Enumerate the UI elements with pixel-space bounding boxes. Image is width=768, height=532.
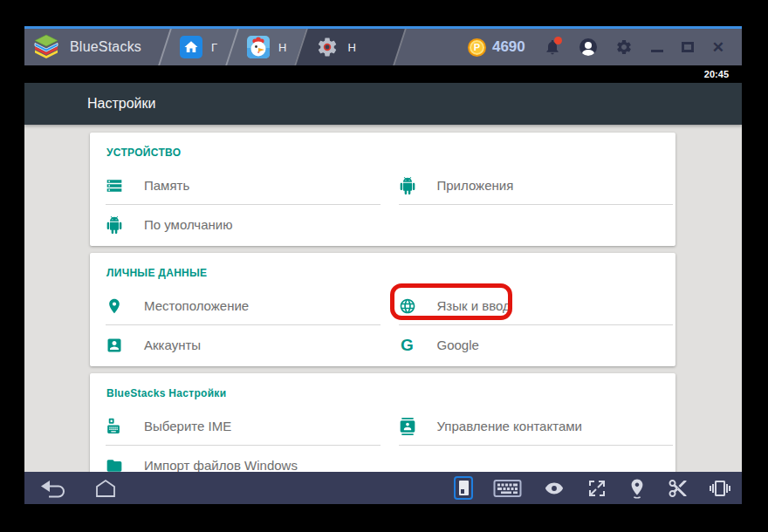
bottom-toolbar xyxy=(24,472,742,504)
settings-content: УСТРОЙСТВО Память Приложения По умолчани… xyxy=(24,125,742,472)
settings-item-memory[interactable]: Память xyxy=(90,166,383,205)
tab-chicken-app[interactable]: Н xyxy=(231,29,300,65)
tab-home[interactable]: Г xyxy=(164,29,231,65)
shake-button[interactable] xyxy=(709,478,731,499)
gear-icon xyxy=(615,38,633,56)
item-label: Импорт файлов Windows xyxy=(144,458,298,472)
coin-count: 4690 xyxy=(492,38,525,56)
item-label: Google xyxy=(437,338,479,352)
account-button[interactable] xyxy=(579,38,597,56)
minimize-button[interactable] xyxy=(651,42,663,52)
item-label: Выберите IME xyxy=(144,419,231,433)
back-icon xyxy=(38,478,70,499)
google-g-icon: G xyxy=(399,337,416,354)
android-statusbar: 20:45 xyxy=(24,65,742,83)
item-label: Аккаунты xyxy=(144,338,201,352)
card-personal: ЛИЧНЫЕ ДАННЫЕ Местоположение Язык и ввод… xyxy=(90,253,675,366)
card-bluestacks-settings: BlueStacks Настройки Выберите IME Управл… xyxy=(90,373,675,472)
screenshot-canvas: BlueStacks Г xyxy=(0,0,768,532)
coin-icon: P xyxy=(468,38,486,57)
section-header: УСТРОЙСТВО xyxy=(90,140,675,166)
settings-actionbar: Настройки xyxy=(24,83,742,125)
tab-label: Н xyxy=(278,41,286,54)
scissors-icon xyxy=(667,478,689,499)
titlebar-controls: P 4690 ✕ xyxy=(468,38,742,57)
settings-item-accounts[interactable]: Аккаунты xyxy=(90,325,383,365)
item-label: Управление контактами xyxy=(437,419,582,433)
settings-item-choose-ime[interactable]: Выберите IME xyxy=(90,406,383,446)
highlight-annotation xyxy=(390,283,512,320)
brand-title: BlueStacks xyxy=(70,39,141,55)
tab-label: Г xyxy=(211,41,217,54)
notification-dot xyxy=(554,37,562,44)
tab-settings[interactable]: Н xyxy=(300,29,401,65)
settings-item-import-windows-files[interactable]: Импорт файлов Windows xyxy=(90,446,383,472)
coin-balance[interactable]: P 4690 xyxy=(468,38,525,57)
item-label: По умолчанию xyxy=(144,217,232,232)
item-label: Местоположение xyxy=(144,298,249,313)
notifications-button[interactable] xyxy=(544,38,561,57)
clock: 20:45 xyxy=(704,69,729,79)
location-pin-icon xyxy=(106,297,123,315)
fullscreen-button[interactable] xyxy=(586,478,607,499)
home-icon xyxy=(93,478,119,499)
account-box-icon xyxy=(106,337,123,354)
section-header: ЛИЧНЫЕ ДАННЫЕ xyxy=(90,260,675,286)
android-icon xyxy=(106,216,123,234)
card-device: УСТРОЙСТВО Память Приложения По умолчани… xyxy=(90,133,675,246)
back-button[interactable] xyxy=(38,478,70,499)
home-icon xyxy=(180,36,202,58)
eye-button[interactable] xyxy=(542,479,566,498)
settings-item-location[interactable]: Местоположение xyxy=(90,286,383,325)
settings-item-language-input[interactable]: Язык и ввод xyxy=(383,286,676,325)
titlebar: BlueStacks Г xyxy=(24,26,742,65)
item-label: Память xyxy=(144,178,189,193)
settings-button[interactable] xyxy=(615,38,633,56)
location-icon xyxy=(627,477,647,499)
bluestacks-window: BlueStacks Г xyxy=(24,26,742,504)
close-button[interactable]: ✕ xyxy=(712,40,724,55)
shake-icon xyxy=(709,478,731,499)
item-label: Приложения xyxy=(437,178,514,193)
settings-item-defaults[interactable]: По умолчанию xyxy=(90,205,383,244)
tab-label: Н xyxy=(347,41,355,54)
settings-item-apps[interactable]: Приложения xyxy=(383,166,676,205)
folder-icon xyxy=(106,457,123,473)
keyboard-icon xyxy=(493,478,522,499)
contacts-icon xyxy=(399,418,416,435)
dock-toggle-icon[interactable] xyxy=(454,476,473,500)
chicken-app-icon xyxy=(247,36,270,58)
home-button[interactable] xyxy=(93,478,119,499)
page-title: Настройки xyxy=(87,96,155,112)
gear-icon xyxy=(316,36,339,58)
eye-icon xyxy=(542,479,566,498)
fullscreen-icon xyxy=(586,478,607,499)
settings-item-google[interactable]: G Google xyxy=(383,325,676,365)
android-icon xyxy=(399,177,416,194)
maximize-button[interactable] xyxy=(682,42,694,52)
location-button[interactable] xyxy=(627,477,647,499)
keyboard-toggle-button[interactable] xyxy=(493,478,522,499)
settings-item-manage-contacts[interactable]: Управление контактами xyxy=(383,406,676,446)
tab-strip: Г Н xyxy=(164,29,401,65)
bluestacks-logo-icon xyxy=(31,32,61,62)
section-header: BlueStacks Настройки xyxy=(90,380,675,406)
storage-icon xyxy=(106,177,123,194)
ime-keyboard-icon xyxy=(106,418,123,435)
screenshot-button[interactable] xyxy=(667,478,689,499)
